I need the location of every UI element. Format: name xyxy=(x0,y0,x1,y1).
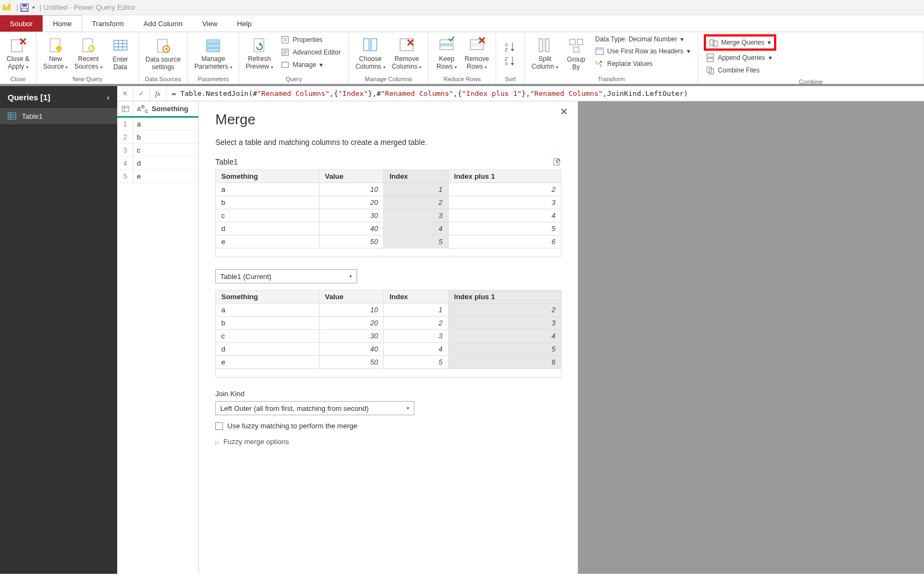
preview-row[interactable]: 4d xyxy=(117,157,198,170)
remove-rows-button[interactable]: Remove Rows ▾ xyxy=(461,35,492,72)
join-kind-combo[interactable]: Left Outer (all from first, matching fro… xyxy=(215,401,414,415)
tab-add-column[interactable]: Add Column xyxy=(134,15,192,32)
table-row[interactable]: e5056 xyxy=(216,356,561,369)
reload-icon[interactable] xyxy=(553,157,561,166)
formula-cancel-button[interactable]: ✕ xyxy=(117,86,134,101)
checkbox-icon[interactable] xyxy=(215,422,223,430)
svg-text:Z: Z xyxy=(505,47,508,52)
tab-transform[interactable]: Transform xyxy=(82,15,134,32)
table-row[interactable]: c3034 xyxy=(216,209,561,222)
append-queries-button[interactable]: Append Queries ▾ xyxy=(704,52,776,63)
svg-rect-33 xyxy=(282,62,288,68)
table-row[interactable]: a1012 xyxy=(216,304,561,317)
enter-data-button[interactable]: Enter Data xyxy=(106,36,135,72)
merge-second-table-combo[interactable]: Table1 (Current) ▾ xyxy=(215,269,357,283)
remove-columns-button[interactable]: Remove Columns ▾ xyxy=(389,35,425,72)
data-source-settings-button[interactable]: Data source settings xyxy=(142,36,184,72)
svg-rect-70 xyxy=(8,113,16,119)
recent-sources-button[interactable]: Recent Sources ▾ xyxy=(71,35,105,72)
split-column-button[interactable]: Split Column ▾ xyxy=(528,35,561,72)
cell: 3 xyxy=(448,317,561,330)
svg-rect-42 xyxy=(470,43,484,46)
replace-values-button[interactable]: 12Replace Values xyxy=(593,58,692,69)
cell: c xyxy=(134,144,198,156)
advanced-editor-button[interactable]: Advanced Editor xyxy=(279,47,343,58)
table-row[interactable]: d4045 xyxy=(216,222,561,235)
close-apply-button[interactable]: Close & Apply ▾ xyxy=(3,35,33,72)
choose-columns-label: Choose Columns ▾ xyxy=(355,55,385,71)
keep-rows-button[interactable]: Keep Rows ▾ xyxy=(432,35,461,72)
merge-table2[interactable]: SomethingValueIndexIndex plus 1a1012b202… xyxy=(215,290,561,378)
table-header[interactable]: Value xyxy=(319,170,383,183)
sidebar-collapse-icon[interactable]: ‹ xyxy=(107,93,110,102)
table-row[interactable]: b2023 xyxy=(216,196,561,209)
new-source-icon xyxy=(47,37,64,54)
preview-row[interactable]: 1a xyxy=(117,118,198,131)
merge-queries-highlight: Merge Queries ▾ xyxy=(704,34,776,51)
svg-point-10 xyxy=(56,46,62,51)
preview-column-header[interactable]: ABC Something xyxy=(134,101,198,116)
table-row[interactable]: b2023 xyxy=(216,317,561,330)
merge-queries-button[interactable]: Merge Queries ▾ xyxy=(707,37,773,48)
data-type-button[interactable]: Data Type: Decimal Number ▾ xyxy=(593,34,692,44)
table-header[interactable]: Something xyxy=(216,170,319,183)
first-row-headers-button[interactable]: Use First Row as Headers ▾ xyxy=(593,46,692,57)
manage-button[interactable]: Manage ▾ xyxy=(279,59,343,70)
group-query-label: Query xyxy=(239,75,348,84)
manage-parameters-button[interactable]: Manage Parameters ▾ xyxy=(191,35,235,72)
sort-asc-button[interactable]: AZ xyxy=(505,41,516,53)
qat-sep: | xyxy=(16,3,18,11)
tab-help[interactable]: Help xyxy=(227,15,262,32)
group-by-icon xyxy=(567,37,585,54)
tab-home[interactable]: Home xyxy=(43,15,82,32)
table-header[interactable]: Index xyxy=(384,170,448,183)
table-row[interactable]: e5056 xyxy=(216,235,561,248)
preview-row[interactable]: 3c xyxy=(117,144,198,157)
properties-button[interactable]: Properties xyxy=(279,34,343,45)
preview-corner-icon[interactable] xyxy=(117,101,134,116)
fuzzy-options-expander[interactable]: ▷ Fuzzy merge options xyxy=(215,438,561,446)
merge-table1[interactable]: SomethingValueIndexIndex plus 1a1012b202… xyxy=(215,169,561,257)
table-header[interactable]: Index plus 1 xyxy=(448,290,561,304)
close-apply-icon xyxy=(9,37,27,54)
table-header[interactable]: Value xyxy=(319,290,383,304)
save-icon[interactable] xyxy=(20,3,29,12)
sort-desc-button[interactable]: ZA xyxy=(505,55,516,67)
combine-files-icon xyxy=(706,66,715,75)
table-row[interactable]: d4045 xyxy=(216,343,561,356)
svg-rect-4 xyxy=(22,4,27,7)
choose-columns-button[interactable]: Choose Columns ▾ xyxy=(352,35,389,72)
qat-dropdown-icon[interactable]: ▾ xyxy=(32,4,35,10)
table-row[interactable]: a1012 xyxy=(216,183,561,196)
manage-parameters-label: Manage Parameters ▾ xyxy=(194,55,232,71)
data-source-settings-icon xyxy=(154,37,172,54)
svg-rect-36 xyxy=(400,39,413,51)
cell: 2 xyxy=(384,317,448,330)
merge-queries-label: Merge Queries xyxy=(721,39,764,46)
cell: b xyxy=(216,317,319,330)
formula-input[interactable]: = Table.NestedJoin(#"Renamed Columns", {… xyxy=(166,86,924,101)
close-icon[interactable]: ✕ xyxy=(560,106,568,118)
preview-row[interactable]: 5e xyxy=(117,170,198,183)
svg-rect-22 xyxy=(207,44,220,47)
fuzzy-match-checkbox-row[interactable]: Use fuzzy matching to perform the merge xyxy=(215,422,561,430)
table-row[interactable]: c3034 xyxy=(216,330,561,343)
group-combine: Merge Queries ▾ Append Queries ▾ Combine… xyxy=(698,32,924,84)
cell: 10 xyxy=(319,183,383,196)
table-header[interactable]: Index xyxy=(384,290,448,304)
new-source-button[interactable]: New Source ▾ xyxy=(40,35,71,72)
qat-sep2: | xyxy=(39,3,41,11)
table-header[interactable]: Index plus 1 xyxy=(448,170,561,183)
formula-fx-icon[interactable]: fx xyxy=(150,86,166,101)
group-by-button[interactable]: Group By xyxy=(561,36,591,72)
combine-files-button[interactable]: Combine Files xyxy=(704,65,776,76)
tab-file[interactable]: Soubor xyxy=(0,15,43,32)
table-header[interactable]: Something xyxy=(216,290,319,304)
sidebar-item-table1[interactable]: Table1 xyxy=(0,108,117,124)
group-combine-label: Combine xyxy=(698,78,923,87)
tab-view[interactable]: View xyxy=(192,15,227,32)
chevron-down-icon: ▾ xyxy=(349,274,352,279)
preview-row[interactable]: 2b xyxy=(117,131,198,144)
formula-accept-button[interactable]: ✓ xyxy=(134,86,150,101)
refresh-preview-button[interactable]: Refresh Preview ▾ xyxy=(243,35,276,72)
